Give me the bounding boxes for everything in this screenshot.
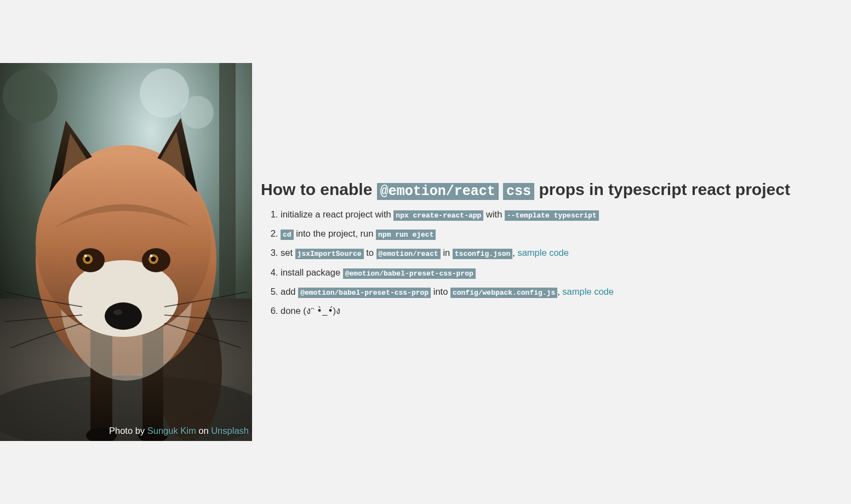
step-text: to: [364, 248, 376, 257]
svg-point-24: [105, 302, 142, 330]
step-text: set: [281, 248, 295, 257]
credit-site-link[interactable]: Unsplash: [211, 426, 249, 436]
svg-point-25: [113, 310, 122, 315]
step-text: with: [483, 209, 505, 219]
svg-point-21: [151, 257, 156, 262]
code-snippet: @emotion/babel-preset-css-prop: [298, 288, 431, 298]
code-snippet: @emotion/react: [376, 249, 441, 259]
code-snippet: config/webpack.config.js: [450, 288, 557, 298]
credit-author-link[interactable]: Sunguk Kim: [147, 426, 196, 436]
title-pre: How to enable: [261, 180, 377, 198]
step-6: done (งᵔ •̀_•́)ง: [281, 305, 809, 317]
article-content: How to enable @emotion/react css props i…: [252, 0, 851, 504]
title-code-css: css: [503, 183, 534, 200]
step-2: cd into the project, run npm run eject: [281, 227, 809, 240]
code-snippet: --template typescript: [505, 210, 599, 221]
code-snippet: tsconfig.json: [453, 249, 512, 259]
credit-mid: on: [196, 426, 212, 436]
photo-credit: Photo by Sunguk Kim on Unsplash: [109, 425, 249, 437]
step-text: add: [281, 287, 298, 296]
code-snippet: jsxImportSource: [295, 249, 364, 259]
step-4: install package @emotion/babel-preset-cs…: [281, 266, 809, 279]
code-snippet: npm run eject: [376, 230, 436, 240]
sample-code-link[interactable]: sample code: [517, 248, 569, 257]
step-text: in: [441, 248, 453, 257]
svg-point-22: [84, 255, 87, 257]
step-text: initialize a react project with: [281, 209, 393, 219]
code-snippet: npx create-react-app: [393, 210, 483, 221]
step-text: install package: [281, 267, 343, 277]
credit-prefix: Photo by: [109, 426, 147, 436]
step-text: into the project, run: [294, 228, 376, 238]
step-text: into: [431, 287, 450, 296]
step-text: ,: [557, 287, 562, 296]
step-text: done (งᵔ •̀_•́)ง: [281, 306, 340, 316]
svg-point-2: [181, 96, 214, 129]
step-5: add @emotion/babel-preset-css-prop into …: [281, 285, 809, 298]
code-snippet: @emotion/babel-preset-css-prop: [343, 268, 476, 279]
step-3: set jsxImportSource to @emotion/react in…: [281, 247, 809, 259]
sample-code-link[interactable]: sample code: [562, 287, 614, 296]
svg-point-23: [150, 255, 153, 257]
title-code-emotion: @emotion/react: [377, 183, 499, 200]
hero-image: Photo by Sunguk Kim on Unsplash: [0, 63, 252, 441]
svg-point-20: [85, 257, 90, 262]
svg-point-3: [3, 68, 58, 123]
hero-sidebar: Photo by Sunguk Kim on Unsplash: [0, 0, 252, 504]
steps-list: initialize a react project with npx crea…: [261, 208, 809, 317]
code-snippet: cd: [281, 230, 294, 240]
title-post: props in typescript react project: [534, 180, 790, 198]
step-1: initialize a react project with npx crea…: [281, 208, 809, 221]
svg-rect-4: [219, 63, 236, 299]
page-title: How to enable @emotion/react css props i…: [261, 180, 809, 199]
